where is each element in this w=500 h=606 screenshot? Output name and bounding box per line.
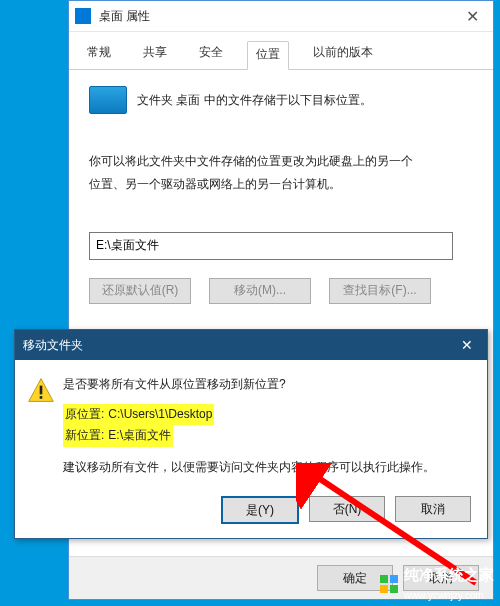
watermark: 纯净系统之家 www.ycwnjzy.com (380, 566, 494, 602)
tab-strip: 常规 共享 安全 位置 以前的版本 (69, 32, 493, 70)
watermark-logo-icon (380, 575, 398, 593)
titlebar[interactable]: 桌面 属性 ✕ (69, 1, 493, 32)
move-folder-dialog: 移动文件夹 ✕ 是否要将所有文件从原位置移动到新位置? 原位置: C:\User… (14, 329, 488, 539)
move-button[interactable]: 移动(M)... (209, 278, 311, 304)
description-text: 你可以将此文件夹中文件存储的位置更改为此硬盘上的另一个 位置、另一个驱动器或网络… (89, 150, 473, 196)
desktop-folder-icon (89, 86, 127, 114)
close-icon[interactable]: ✕ (458, 7, 487, 26)
window-icon (75, 8, 91, 24)
watermark-text: 纯净系统之家 (404, 566, 494, 583)
dialog-titlebar[interactable]: 移动文件夹 ✕ (15, 330, 487, 360)
new-location-value: E:\桌面文件 (106, 425, 173, 447)
tab-previous-versions[interactable]: 以前的版本 (305, 40, 381, 69)
find-target-button[interactable]: 查找目标(F)... (329, 278, 431, 304)
dialog-cancel-button[interactable]: 取消 (395, 496, 471, 522)
tab-general[interactable]: 常规 (79, 40, 119, 69)
tab-sharing[interactable]: 共享 (135, 40, 175, 69)
folder-location-text: 文件夹 桌面 中的文件存储于以下目标位置。 (137, 92, 372, 109)
watermark-url: www.ycwnjzy.com (404, 590, 484, 601)
target-path-input[interactable] (89, 232, 453, 260)
original-location-label: 原位置: (63, 404, 106, 426)
dialog-advice-text: 建议移动所有文件，以便需要访问文件夹内容的程序可以执行此操作。 (63, 457, 471, 479)
no-button[interactable]: 否(N) (309, 496, 385, 522)
restore-defaults-button[interactable]: 还原默认值(R) (89, 278, 191, 304)
original-location-value: C:\Users\1\Desktop (106, 404, 214, 426)
dialog-question: 是否要将所有文件从原位置移动到新位置? (63, 374, 471, 396)
svg-rect-1 (40, 386, 43, 395)
warning-icon (27, 376, 55, 404)
svg-rect-2 (40, 396, 43, 399)
tab-body: 文件夹 桌面 中的文件存储于以下目标位置。 你可以将此文件夹中文件存储的位置更改… (69, 70, 493, 320)
window-title: 桌面 属性 (99, 8, 458, 25)
dialog-close-icon[interactable]: ✕ (455, 337, 479, 353)
yes-button[interactable]: 是(Y) (221, 496, 299, 524)
dialog-title: 移动文件夹 (23, 337, 455, 354)
tab-location[interactable]: 位置 (247, 41, 289, 70)
new-location-label: 新位置: (63, 425, 106, 447)
tab-security[interactable]: 安全 (191, 40, 231, 69)
